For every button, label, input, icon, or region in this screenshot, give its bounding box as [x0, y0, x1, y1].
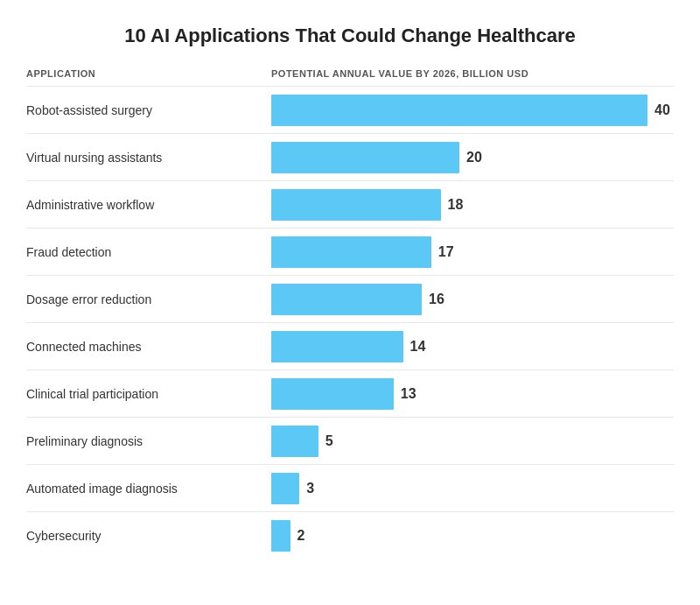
chart-row: Fraud detection17: [26, 228, 674, 275]
bar-dosage-error: [271, 284, 422, 315]
chart-body: Robot-assisted surgery40Virtual nursing …: [26, 86, 674, 559]
row-label-fraud-detection: Fraud detection: [26, 245, 271, 259]
bar-value-cybersecurity: 2: [298, 528, 305, 544]
bar-area-automated-image: 3: [271, 473, 674, 504]
chart-row: Virtual nursing assistants20: [26, 133, 674, 180]
bar-value-connected-machines: 14: [410, 339, 426, 355]
bar-value-fraud-detection: 17: [438, 244, 454, 260]
chart-row: Cybersecurity2: [26, 511, 674, 559]
bar-area-preliminary-diagnosis: 5: [271, 426, 674, 457]
row-label-virtual-nursing: Virtual nursing assistants: [26, 151, 271, 165]
header-app-label: APPLICATION: [26, 68, 271, 79]
bar-robot-surgery: [271, 95, 648, 126]
chart-row: Connected machines14: [26, 322, 674, 369]
chart-title: 10 AI Applications That Could Change Hea…: [26, 18, 674, 47]
bar-virtual-nursing: [271, 142, 459, 173]
chart-row: Dosage error reduction16: [26, 275, 674, 322]
row-label-dosage-error: Dosage error reduction: [26, 292, 271, 306]
bar-value-automated-image: 3: [306, 481, 314, 496]
bar-value-virtual-nursing: 20: [466, 150, 482, 165]
bar-area-dosage-error: 16: [271, 284, 674, 315]
bar-fraud-detection: [271, 236, 431, 268]
bar-value-dosage-error: 16: [429, 292, 444, 307]
bar-automated-image: [271, 473, 299, 504]
row-label-robot-surgery: Robot-assisted surgery: [26, 103, 271, 117]
bar-clinical-trial: [271, 378, 394, 410]
bar-value-clinical-trial: 13: [401, 386, 416, 402]
row-label-cybersecurity: Cybersecurity: [26, 529, 271, 543]
chart-row: Robot-assisted surgery40: [26, 86, 674, 133]
bar-cybersecurity: [271, 520, 290, 552]
chart-container: 10 AI Applications That Could Change Hea…: [26, 18, 674, 559]
row-label-admin-workflow: Administrative workflow: [26, 198, 271, 212]
row-label-preliminary-diagnosis: Preliminary diagnosis: [26, 434, 271, 448]
bar-preliminary-diagnosis: [271, 426, 318, 457]
row-label-clinical-trial: Clinical trial participation: [26, 387, 271, 401]
bar-area-robot-surgery: 40: [271, 95, 674, 126]
chart-row: Administrative workflow18: [26, 180, 674, 228]
bar-area-cybersecurity: 2: [271, 520, 674, 552]
bar-area-admin-workflow: 18: [271, 189, 674, 221]
bar-area-connected-machines: 14: [271, 331, 674, 362]
bar-value-preliminary-diagnosis: 5: [326, 433, 333, 449]
bar-area-fraud-detection: 17: [271, 236, 674, 268]
chart-header: APPLICATION POTENTIAL ANNUAL VALUE BY 20…: [26, 68, 674, 79]
bar-admin-workflow: [271, 189, 441, 221]
row-label-automated-image: Automated image diagnosis: [26, 482, 271, 496]
bar-area-virtual-nursing: 20: [271, 142, 674, 173]
bar-connected-machines: [271, 331, 403, 362]
chart-row: Clinical trial participation13: [26, 369, 674, 417]
bar-area-clinical-trial: 13: [271, 378, 674, 410]
bar-value-admin-workflow: 18: [448, 197, 464, 213]
chart-row: Automated image diagnosis3: [26, 464, 674, 511]
row-label-connected-machines: Connected machines: [26, 340, 271, 354]
header-value-label: POTENTIAL ANNUAL VALUE BY 2026, BILLION …: [271, 68, 674, 79]
chart-row: Preliminary diagnosis5: [26, 417, 674, 464]
bar-value-robot-surgery: 40: [654, 102, 670, 118]
